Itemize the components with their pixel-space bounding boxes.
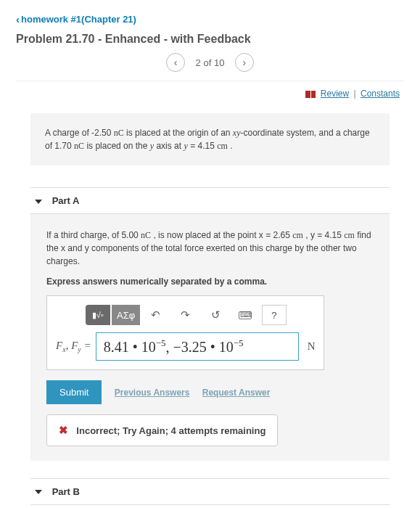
prev-problem-button[interactable]: ‹ <box>166 53 185 72</box>
constants-link[interactable]: Constants <box>361 89 400 99</box>
equation-toolbar: ▮√▫ ΑΣφ ↶ ↷ ↺ ? <box>56 305 315 325</box>
previous-answers-link[interactable]: Previous Answers <box>115 388 190 398</box>
caret-down-icon <box>35 490 42 494</box>
feedback-box: ✖ Incorrect; Try Again; 4 attempts remai… <box>46 414 278 446</box>
next-problem-button[interactable]: › <box>235 53 254 72</box>
pagination-row: ‹ 2 of 10 › <box>16 53 404 72</box>
breadcrumb-label: homework #1(Chapter 21) <box>21 14 136 25</box>
x-icon: ✖ <box>59 424 68 436</box>
top-links: Review | Constants <box>16 89 404 99</box>
part-a-heading: Part A <box>52 195 80 206</box>
help-button[interactable]: ? <box>262 305 287 325</box>
feedback-text: Incorrect; Try Again; 4 attempts remaini… <box>76 425 265 436</box>
chevron-left-icon: ‹ <box>16 13 20 25</box>
express-instruction: Express answers numerically separated by… <box>46 276 374 287</box>
template-button[interactable]: ▮√▫ <box>86 305 110 325</box>
caret-down-icon <box>35 200 42 204</box>
request-answer-link[interactable]: Request Answer <box>202 388 271 398</box>
keyboard-icon <box>239 311 252 319</box>
page-position: 2 of 10 <box>196 57 225 68</box>
reset-button[interactable]: ↺ <box>205 305 226 325</box>
redo-button[interactable]: ↷ <box>175 305 197 325</box>
part-b-header[interactable]: Part B <box>30 478 390 505</box>
fx-fy-label: Fx, Fy = <box>56 340 91 353</box>
breadcrumb-back[interactable]: ‹ homework #1(Chapter 21) <box>16 13 136 25</box>
review-link[interactable]: Review <box>321 89 349 99</box>
book-icon <box>305 91 316 98</box>
problem-statement: A charge of -2.50 nC is placed at the or… <box>30 113 390 165</box>
problem-title: Problem 21.70 - Enhanced - with Feedback <box>16 33 404 46</box>
greek-button[interactable]: ΑΣφ <box>112 305 140 325</box>
part-b-prompt: Find the magnitude of this force. <box>30 505 390 508</box>
answer-input[interactable]: 8.41 • 10−5, −3.25 • 10−5 <box>96 332 299 361</box>
part-a-question: If a third charge, of 5.00 nC , is now p… <box>46 229 374 268</box>
unit-label: N <box>308 340 316 353</box>
part-a-header[interactable]: Part A <box>30 187 390 214</box>
part-b-heading: Part B <box>52 486 80 497</box>
undo-button[interactable]: ↶ <box>144 305 166 325</box>
answer-box: ▮√▫ ΑΣφ ↶ ↷ ↺ ? Fx, Fy = 8.41 • 10−5, −3… <box>46 295 324 370</box>
submit-button[interactable]: Submit <box>46 380 102 404</box>
keyboard-button[interactable] <box>234 305 256 325</box>
